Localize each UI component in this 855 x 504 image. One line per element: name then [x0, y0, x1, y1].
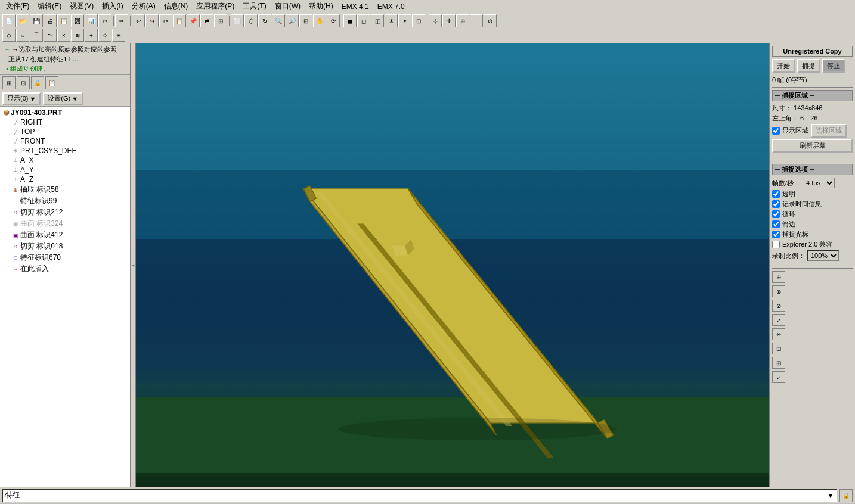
menu-analysis[interactable]: 分析(A): [128, 0, 159, 13]
tb2-5[interactable]: ×: [57, 29, 70, 42]
tree-item-top[interactable]: ╱ TOP: [1, 127, 129, 136]
tree-item-cut212[interactable]: ⊖ 切剪 标识212: [1, 207, 129, 218]
tree-icon-btn3[interactable]: 🔒: [31, 76, 44, 89]
menu-file[interactable]: 文件(F): [2, 0, 33, 13]
tree-item-front[interactable]: ╱ FRONT: [1, 136, 129, 146]
hidden-btn[interactable]: ◫: [371, 14, 384, 27]
tree-item-cut618[interactable]: ⊖ 切剪 标识618: [1, 241, 129, 252]
ricon-2[interactable]: ⊗: [772, 285, 785, 297]
ricon-3[interactable]: ⊘: [772, 300, 785, 312]
tb2-4[interactable]: 〜: [44, 29, 57, 42]
menu-edit[interactable]: 编辑(E): [34, 0, 65, 13]
view3d-btn[interactable]: ⬜: [231, 14, 244, 27]
pencil-btn[interactable]: ✏: [115, 14, 128, 27]
loop-checkbox[interactable]: [772, 210, 780, 218]
tb2-1[interactable]: ◇: [2, 29, 16, 42]
tree-item-insert[interactable]: → 在此插入: [1, 263, 129, 275]
tb-x2[interactable]: ✦: [398, 14, 411, 27]
fps-select[interactable]: 4 fps 8 fps 15 fps: [803, 178, 835, 188]
tb2-9[interactable]: ✴: [112, 29, 125, 42]
scale-select[interactable]: 100% 75% 50%: [807, 250, 839, 261]
cursor-checkbox[interactable]: [772, 231, 780, 238]
tb6[interactable]: 🖼: [71, 14, 84, 27]
menu-emx41[interactable]: EMX 4.1: [338, 1, 373, 12]
zoom-in-btn[interactable]: 🔍: [272, 14, 285, 27]
menu-view[interactable]: 视图(V): [66, 0, 97, 13]
view2d-btn[interactable]: ⬡: [244, 14, 258, 27]
redo-btn[interactable]: ↪: [145, 14, 159, 27]
record-time-checkbox[interactable]: [772, 200, 780, 208]
tree-item-extract58[interactable]: ⊕ 抽取 标识58: [1, 184, 129, 195]
cut-btn[interactable]: ✂: [159, 14, 172, 27]
undo-btn[interactable]: ↩: [132, 14, 145, 27]
paste-btn[interactable]: 📌: [187, 14, 200, 27]
explorer-checkbox[interactable]: [772, 241, 780, 248]
csys-btn[interactable]: ⊕: [456, 14, 469, 27]
ricon-1[interactable]: ⊕: [772, 271, 785, 283]
tree-icon-btn1[interactable]: ⊞: [2, 76, 16, 89]
tb2-6[interactable]: ≋: [71, 29, 84, 42]
tree-item-right[interactable]: ╱ RIGHT: [1, 117, 129, 127]
show-area-checkbox[interactable]: [772, 127, 780, 135]
stop-btn[interactable]: 停止: [822, 59, 845, 73]
feature-dropdown[interactable]: 特征 ▼: [2, 489, 837, 502]
resize-handle[interactable]: [131, 43, 136, 487]
tree-root[interactable]: 📦 JY091-403.PRT: [1, 108, 129, 117]
wireframe-btn[interactable]: ◻: [357, 14, 370, 27]
new-btn[interactable]: 📄: [2, 14, 16, 27]
point-btn[interactable]: ·: [470, 14, 483, 27]
print-btn[interactable]: 🖨: [44, 14, 57, 27]
tree-item-ay[interactable]: ⊥ A_Y: [1, 165, 129, 175]
shade-btn[interactable]: ◼: [343, 14, 357, 27]
tb-x3[interactable]: ⊡: [412, 14, 425, 27]
viewport[interactable]: [136, 43, 769, 487]
save-btn[interactable]: 💾: [30, 14, 43, 27]
display-dropdown[interactable]: 显示(0) ▼: [2, 92, 41, 105]
menu-apps[interactable]: 应用程序(P): [193, 0, 238, 13]
tb5[interactable]: 📋: [57, 14, 70, 27]
copy-btn[interactable]: 📋: [173, 14, 186, 27]
axis-btn[interactable]: ✛: [442, 14, 456, 27]
menu-help[interactable]: 帮助(H): [305, 0, 337, 13]
tree-icon-btn4[interactable]: 📋: [45, 76, 58, 89]
tb2-8[interactable]: ✧: [98, 29, 111, 42]
lighting-btn[interactable]: ☀: [385, 14, 398, 27]
menu-window[interactable]: 窗口(W): [271, 0, 304, 13]
menu-tools[interactable]: 工具(T): [239, 0, 269, 13]
tb2-2[interactable]: ○: [16, 29, 29, 42]
tb-x1[interactable]: ⊞: [214, 14, 227, 27]
pan-btn[interactable]: ✋: [313, 14, 326, 27]
pause-btn[interactable]: 捕捉: [797, 59, 820, 73]
settings-dropdown[interactable]: 设置(G) ▼: [43, 92, 83, 105]
tb8[interactable]: ✂: [98, 14, 111, 27]
menu-emx70[interactable]: EMX 7.0: [374, 1, 408, 12]
tree-item-surf324[interactable]: ▣ 曲面 标识324: [1, 218, 129, 229]
refresh-btn[interactable]: 刷新屏幕: [772, 139, 853, 153]
menu-insert[interactable]: 插入(I): [98, 0, 126, 13]
tree-item-feat99[interactable]: □ 特征标识99: [1, 195, 129, 207]
bottom-lock-icon[interactable]: 🔒: [839, 489, 853, 502]
transparent-checkbox[interactable]: [772, 190, 780, 198]
start-btn[interactable]: 开始: [772, 59, 795, 73]
tree-item-feat670[interactable]: □ 特征标识670: [1, 252, 129, 263]
ricon-7[interactable]: ⊞: [772, 357, 785, 369]
tb2-7[interactable]: ÷: [85, 29, 98, 42]
tb2-3[interactable]: ⌒: [30, 29, 43, 42]
ricon-5[interactable]: ✳: [772, 328, 785, 340]
mirror-btn[interactable]: ⇄: [200, 14, 213, 27]
tb-x4[interactable]: ⊘: [484, 14, 497, 27]
select-area-btn[interactable]: 选择区域: [811, 124, 847, 138]
spin-btn[interactable]: ↻: [258, 14, 271, 27]
ricon-8[interactable]: ↙: [772, 371, 785, 383]
zoom-out-btn[interactable]: 🔎: [286, 14, 299, 27]
ricon-4[interactable]: ↗: [772, 314, 785, 326]
border-checkbox[interactable]: [772, 220, 780, 228]
menu-info[interactable]: 信息(N): [160, 0, 192, 13]
rotate-btn[interactable]: ⟳: [327, 14, 340, 27]
tree-icon-btn2[interactable]: ⊡: [17, 76, 30, 89]
tree-item-az[interactable]: ⊥ A_Z: [1, 175, 129, 184]
datum-btn[interactable]: ⊹: [429, 14, 442, 27]
tb7[interactable]: 📊: [85, 14, 98, 27]
zoom-all-btn[interactable]: ⊞: [299, 14, 312, 27]
tree-item-ax[interactable]: ⊥ A_X: [1, 155, 129, 165]
